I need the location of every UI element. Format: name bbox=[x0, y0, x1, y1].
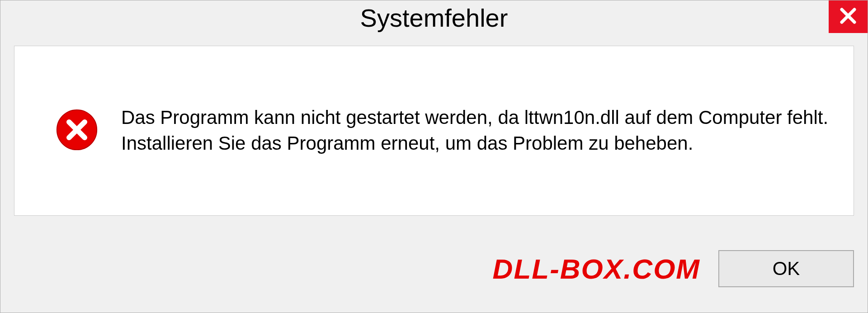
error-icon bbox=[55, 108, 99, 153]
content-panel: Das Programm kann nicht gestartet werden… bbox=[14, 46, 854, 216]
close-button[interactable] bbox=[829, 0, 868, 33]
close-icon bbox=[839, 6, 858, 27]
watermark-text: DLL-BOX.COM bbox=[493, 253, 700, 285]
dialog-title: Systemfehler bbox=[360, 3, 508, 33]
title-bar: Systemfehler bbox=[0, 0, 868, 41]
error-dialog: Systemfehler Das Programm kann nicht ges… bbox=[0, 0, 868, 313]
footer-bar: DLL-BOX.COM OK bbox=[0, 236, 868, 313]
ok-button[interactable]: OK bbox=[718, 250, 854, 287]
error-message: Das Programm kann nicht gestartet werden… bbox=[121, 105, 835, 156]
